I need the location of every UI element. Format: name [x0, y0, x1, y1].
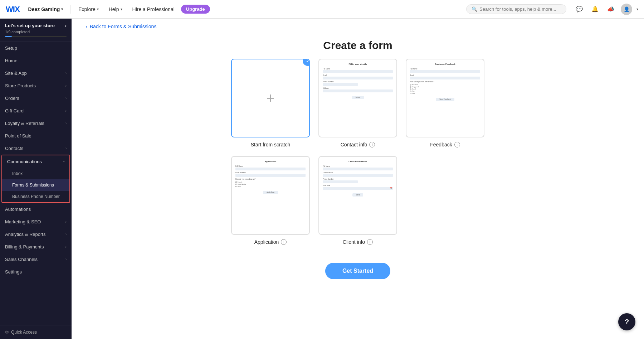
quick-access-icon: ⚙	[5, 330, 9, 335]
billing-chevron-icon: ›	[65, 245, 67, 249]
setup-title[interactable]: Let's set up your store ›	[5, 23, 67, 28]
sidebar-item-marketing[interactable]: Marketing & SEO ›	[0, 215, 72, 228]
progress-bar-fill	[5, 36, 12, 37]
get-started-section: Get Started	[72, 259, 644, 294]
help-label: Help	[109, 6, 119, 12]
form-label-feedback: Feedback i	[430, 142, 460, 147]
sidebar-item-analytics[interactable]: Analytics & Reports ›	[0, 228, 72, 241]
sidebar-item-home[interactable]: Home	[0, 54, 72, 67]
forms-grid: ✓ + Start from scratch Fill in your deta…	[217, 59, 499, 259]
sidebar: Let's set up your store › 1/9 completed …	[0, 19, 72, 339]
client-info-icon[interactable]: i	[367, 239, 373, 245]
forms-label: Forms & Submissions	[12, 183, 54, 188]
chat-icon-button[interactable]: 💬	[574, 4, 585, 15]
search-input[interactable]	[479, 6, 561, 12]
get-started-button[interactable]: Get Started	[325, 263, 390, 279]
form-card-scratch[interactable]: ✓ + Start from scratch	[231, 59, 310, 147]
form-preview-feedback[interactable]: Customer Feedback Full Name Email How wo…	[406, 59, 484, 137]
wix-logo[interactable]: WIX	[6, 5, 20, 14]
form-card-contact[interactable]: Fill in your details Full Name Email Pho…	[318, 59, 397, 147]
form-preview-client[interactable]: Client Information Full Name Email Addre…	[318, 156, 397, 235]
setup-title-text: Let's set up your store	[5, 23, 55, 28]
communications-label: Communications	[7, 159, 42, 164]
sidebar-item-site-app[interactable]: Site & App ›	[0, 67, 72, 79]
back-label: Back to Forms & Submissions	[90, 24, 157, 29]
sidebar-item-orders[interactable]: Orders ›	[0, 92, 72, 105]
client-mini-form: Client Information Full Name Email Addre…	[319, 157, 396, 234]
contact-mini-form: Fill in your details Full Name Email Pho…	[319, 59, 396, 137]
sidebar-item-store-products[interactable]: Store Products ›	[0, 79, 72, 92]
gift-card-chevron-icon: ›	[65, 109, 67, 113]
sidebar-item-sales-channels[interactable]: Sales Channels ›	[0, 253, 72, 266]
user-avatar[interactable]: 👤	[621, 4, 632, 15]
sidebar-subitem-forms[interactable]: Forms & Submissions	[2, 179, 69, 191]
site-app-chevron-icon: ›	[65, 71, 67, 75]
hire-label: Hire a Professional	[132, 6, 175, 12]
sidebar-item-contacts[interactable]: Contacts ›	[0, 142, 72, 155]
help-menu[interactable]: Help ▾	[105, 5, 126, 14]
sidebar-item-gift-card[interactable]: Gift Card ›	[0, 105, 72, 117]
help-chevron-icon: ▾	[121, 7, 122, 11]
sidebar-item-billing[interactable]: Billing & Payments ›	[0, 241, 72, 253]
bell-icon-button[interactable]: 🔔	[589, 4, 601, 15]
quick-access-button[interactable]: ⚙ Quick Access	[0, 325, 72, 339]
form-card-client[interactable]: Client Information Full Name Email Addre…	[318, 156, 397, 245]
sidebar-item-communications[interactable]: Communications ›	[2, 155, 69, 168]
contact-label-text: Contact info	[341, 142, 367, 147]
contact-form-title: Fill in your details	[323, 63, 393, 65]
automations-label: Automations	[5, 207, 31, 212]
sales-channels-chevron-icon: ›	[65, 257, 67, 261]
avatar-icon: 👤	[624, 6, 630, 12]
topnav-actions: 💬 🔔 📣 👤 ▾	[574, 4, 638, 15]
settings-label: Settings	[5, 269, 22, 275]
form-label-client: Client info i	[343, 239, 373, 245]
form-card-feedback[interactable]: Customer Feedback Full Name Email How wo…	[406, 59, 484, 147]
application-info-icon[interactable]: i	[281, 239, 287, 245]
sidebar-item-automations[interactable]: Automations	[0, 203, 72, 215]
back-arrow-icon: ‹	[86, 24, 88, 29]
setup-chevron-icon: ›	[65, 23, 67, 28]
sidebar-item-point-of-sale[interactable]: Point of Sale	[0, 130, 72, 142]
sidebar-item-loyalty[interactable]: Loyalty & Referrals ›	[0, 117, 72, 130]
sidebar-item-setup[interactable]: Setup	[0, 42, 72, 54]
setup-panel: Let's set up your store › 1/9 completed	[0, 19, 72, 42]
nav-separator	[70, 5, 70, 14]
form-preview-application[interactable]: Application Full Name Email Address How …	[231, 156, 310, 235]
sidebar-item-settings[interactable]: Settings	[0, 266, 72, 278]
contacts-label: Contacts	[5, 146, 23, 151]
site-app-label: Site & App	[5, 71, 27, 76]
help-fab-button[interactable]: ?	[618, 313, 635, 330]
client-label-text: Client info	[343, 239, 365, 245]
store-products-chevron-icon: ›	[65, 84, 67, 88]
feedback-label-text: Feedback	[430, 142, 452, 147]
communications-group: Communications › Inbox Forms & Submissio…	[1, 155, 70, 203]
contact-info-icon[interactable]: i	[369, 142, 375, 147]
upgrade-button[interactable]: Upgrade	[181, 5, 210, 14]
marketing-label: Marketing & SEO	[5, 219, 41, 224]
contacts-chevron-icon: ›	[65, 146, 67, 150]
home-label: Home	[5, 58, 18, 63]
form-card-application[interactable]: Application Full Name Email Address How …	[231, 156, 310, 245]
setup-label: Setup	[5, 45, 17, 51]
main-content: ‹ Back to Forms & Submissions Create a f…	[72, 19, 644, 339]
sidebar-subitem-inbox[interactable]: Inbox	[2, 168, 69, 179]
explore-label: Explore	[78, 6, 95, 12]
brand-chevron-icon: ▾	[61, 7, 63, 11]
application-label-text: Application	[254, 239, 279, 245]
search-bar[interactable]: 🔍	[466, 4, 566, 14]
communications-chevron-icon: ›	[62, 161, 66, 162]
quick-access-label: Quick Access	[11, 330, 37, 335]
form-preview-contact[interactable]: Fill in your details Full Name Email Pho…	[318, 59, 397, 137]
back-navigation[interactable]: ‹ Back to Forms & Submissions	[72, 19, 644, 29]
form-preview-scratch[interactable]: ✓ +	[231, 59, 310, 137]
sidebar-subitem-business-phone[interactable]: Business Phone Number	[2, 191, 69, 202]
brand-name: Deez Gaming	[28, 6, 60, 12]
megaphone-icon-button[interactable]: 📣	[605, 4, 616, 15]
brand-switcher[interactable]: Deez Gaming ▾	[25, 5, 66, 14]
scratch-label-text: Start from scratch	[251, 142, 290, 147]
explore-menu[interactable]: Explore ▾	[75, 5, 102, 14]
search-icon: 🔍	[472, 6, 477, 12]
analytics-chevron-icon: ›	[65, 232, 67, 236]
feedback-info-icon[interactable]: i	[454, 142, 460, 147]
hire-professional-link[interactable]: Hire a Professional	[129, 5, 178, 14]
